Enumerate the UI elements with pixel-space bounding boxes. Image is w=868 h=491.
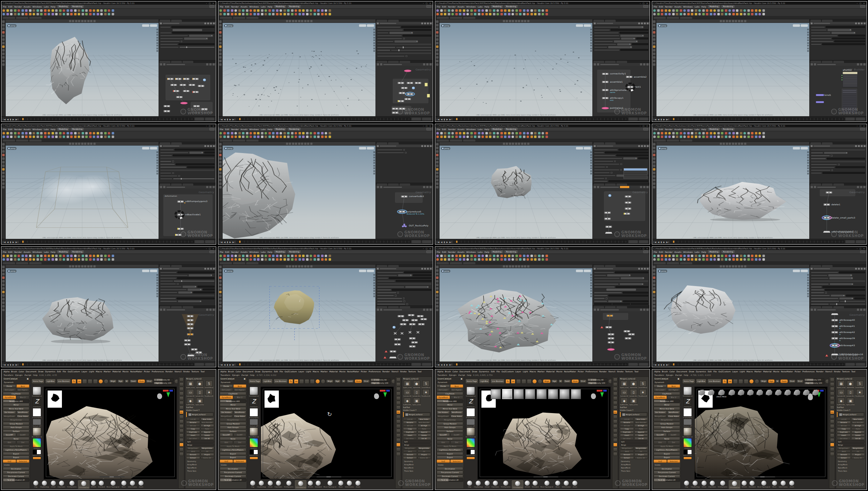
shelf-tool-icon[interactable] — [706, 13, 708, 15]
shelf-tool-icon[interactable] — [500, 13, 503, 15]
strip-icon-6[interactable] — [396, 406, 401, 409]
shelf-tool-icon[interactable] — [713, 136, 716, 138]
strip-icon-12[interactable] — [179, 433, 184, 437]
draw-icon[interactable]: ✎ — [72, 379, 76, 384]
menu-item-edit[interactable]: Edit — [442, 5, 446, 8]
shelf-tool-icon[interactable] — [33, 136, 35, 138]
shelf-tool-icon[interactable] — [508, 9, 510, 12]
shelf-tool-icon[interactable] — [299, 255, 301, 257]
parameter-dropdown[interactable]: ▾ — [831, 295, 845, 297]
shelf-tool-icon[interactable] — [97, 13, 99, 15]
select-rect-icon[interactable] — [733, 379, 738, 384]
shelf-tool-icon[interactable] — [687, 136, 690, 138]
palette-button-selected[interactable]: Selected — [16, 460, 30, 463]
shelf-tool-icon[interactable] — [474, 9, 476, 12]
tool-thumb[interactable]: S — [422, 380, 430, 387]
parameter-input[interactable] — [178, 271, 214, 273]
shelf-tool-icon[interactable] — [261, 136, 263, 138]
shelf-tool-icon[interactable] — [653, 255, 656, 257]
menu-item-file[interactable]: File — [3, 128, 6, 131]
menu-item-gozcustom[interactable]: GoZCustom — [501, 370, 514, 373]
node-name-field[interactable] — [597, 23, 613, 24]
shelf-tool-icon[interactable] — [280, 136, 282, 138]
subtool-button-rename[interactable]: Rename — [186, 421, 200, 424]
shelf-tool-icon[interactable] — [508, 136, 510, 138]
mesh-picker-item[interactable]: LMesh PM3D — [716, 389, 727, 398]
shelf-tool-icon[interactable] — [732, 136, 735, 138]
node-n[interactable] — [164, 110, 170, 112]
tray-brush-hpolish[interactable]: hPolish — [91, 480, 97, 488]
shelf-tool-icon[interactable] — [40, 132, 43, 134]
subtool-button-gizmo-3d[interactable]: Gizmo 3D — [417, 456, 431, 459]
strip-icon-3[interactable] — [613, 392, 617, 396]
shelf-tool-icon[interactable] — [321, 255, 324, 257]
shelf-tool-icon[interactable] — [280, 255, 282, 257]
menu-item-windows[interactable]: Windows — [33, 128, 42, 131]
tool-icon[interactable] — [653, 172, 655, 174]
network-path-field[interactable] — [817, 64, 836, 65]
shelf-tool-icon[interactable] — [676, 13, 678, 15]
shelf-tool-icon[interactable] — [743, 136, 746, 138]
shelf-tool-icon[interactable] — [89, 13, 92, 15]
shelf-tool-icon[interactable] — [728, 132, 731, 134]
live-boolean-button[interactable]: Live Boolean — [490, 379, 505, 384]
menu-item-dynamics[interactable]: Dynamics — [262, 370, 272, 373]
sculpt-circle-icon[interactable] — [98, 379, 103, 384]
shelf-tool-icon[interactable] — [732, 13, 735, 15]
parameter-input[interactable] — [404, 271, 431, 273]
strip-icon-15[interactable] — [613, 447, 617, 451]
node-name-field[interactable] — [814, 23, 830, 24]
shelf-tool-icon[interactable] — [728, 136, 731, 138]
subtool-button-duplicate[interactable]: Duplicate — [186, 431, 200, 433]
mesh-picker-thumb[interactable] — [728, 389, 736, 396]
tool-item-cylinder3d[interactable]: ▭Cylinder3D — [620, 389, 629, 397]
palette-button-del-higher[interactable]: Del Higher — [16, 388, 30, 392]
brush-item-switchcolor[interactable]: SwitchColor — [249, 450, 258, 456]
viewport-tool-icon[interactable] — [87, 20, 89, 22]
desktop-tab[interactable] — [3, 17, 15, 19]
subtool-button-remesh[interactable]: Remesh — [620, 453, 634, 456]
stroke-icon[interactable] — [527, 379, 532, 384]
menu-item-alpha[interactable]: Alpha — [654, 370, 660, 373]
node-n[interactable] — [625, 208, 631, 210]
shelf-tool-icon[interactable] — [3, 136, 5, 138]
sculpt-circle-icon[interactable] — [749, 379, 754, 384]
tool-thumb[interactable]: S — [856, 380, 863, 387]
menu-item-help[interactable]: Help — [701, 128, 706, 131]
shelf-tool-icon[interactable] — [747, 136, 750, 138]
strip-icon-7[interactable]: Rot — [613, 410, 617, 414]
shelf-tool-icon[interactable] — [287, 13, 290, 15]
tool-icon[interactable] — [2, 53, 5, 55]
parameter-checkbox[interactable] — [611, 172, 612, 174]
tray-brush-thumb[interactable] — [564, 481, 569, 486]
shelf-tool-icon[interactable] — [534, 13, 537, 15]
palette-button-selected[interactable]: Selected — [233, 460, 247, 463]
subtool-button-mergevisible[interactable]: MergeVisible — [634, 447, 648, 450]
display-option-icon[interactable] — [590, 154, 592, 156]
brush-thumb-freehand[interactable]: Z — [249, 397, 258, 406]
parameter-path-input[interactable] — [392, 289, 431, 291]
tray-brush-thumb[interactable] — [710, 481, 715, 486]
shelf-tool-icon[interactable] — [728, 255, 731, 257]
tray-brush-thumb[interactable] — [544, 481, 549, 486]
shelf-tool-icon[interactable] — [306, 9, 309, 12]
network-nav-icon[interactable] — [814, 186, 816, 188]
viewport-scene[interactable] — [478, 387, 610, 479]
menu-item-render[interactable]: Render — [14, 128, 22, 131]
parameter-header-icon[interactable] — [644, 23, 646, 24]
palette-button-export[interactable]: Export — [437, 452, 463, 456]
subtool-button-gizmo-3d[interactable]: Gizmo 3D — [851, 456, 865, 459]
shelf-tool-icon[interactable] — [55, 258, 58, 261]
section-label-geometry[interactable]: Geometry — [620, 460, 648, 463]
menu-item-movie[interactable]: Movie — [122, 370, 128, 373]
shelf-tool-icon[interactable] — [758, 136, 761, 138]
dropdown-menu-open[interactable] — [624, 168, 648, 179]
palette-menu-icon[interactable]: ▣ — [244, 377, 246, 380]
viewport-tool-icon[interactable] — [78, 265, 80, 267]
viewport-canvas[interactable]: perspLMB: select/operate MMB: pan RMB: m… — [440, 146, 592, 239]
brush-item-emptyalpha[interactable]: EmptyAlpha — [466, 408, 475, 418]
node-name-field[interactable] — [163, 146, 179, 147]
tool-thumb[interactable]: ◆ — [187, 398, 194, 404]
palette-button-storemt[interactable]: StoreMT — [220, 433, 233, 437]
tool-icon[interactable] — [436, 56, 438, 59]
